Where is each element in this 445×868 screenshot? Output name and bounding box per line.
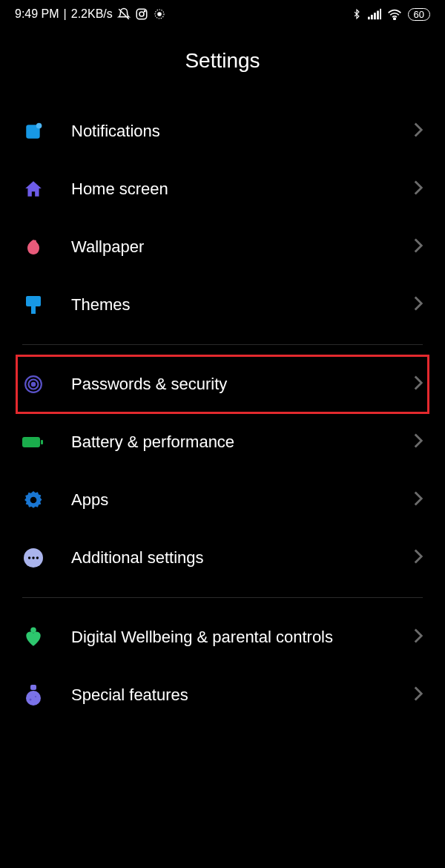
settings-item-battery[interactable]: Battery & performance <box>16 413 429 471</box>
chevron-right-icon <box>414 491 423 509</box>
settings-label: Wallpaper <box>71 237 414 257</box>
svg-point-4 <box>158 13 162 16</box>
settings-item-notifications[interactable]: Notifications <box>16 102 429 160</box>
settings-item-themes[interactable]: Themes <box>16 276 429 334</box>
svg-point-28 <box>26 691 41 706</box>
svg-rect-15 <box>31 306 36 314</box>
svg-point-24 <box>32 556 34 559</box>
chevron-right-icon <box>414 238 423 256</box>
themes-icon <box>22 294 44 316</box>
wifi-icon <box>387 8 402 20</box>
svg-rect-6 <box>371 15 373 19</box>
svg-rect-5 <box>368 17 370 20</box>
settings-label: Digital Wellbeing & parental controls <box>71 627 414 648</box>
settings-label: Battery & performance <box>71 432 414 453</box>
chevron-right-icon <box>414 549 423 567</box>
status-right: 60 <box>352 7 430 21</box>
page-title: Settings <box>0 27 445 102</box>
svg-point-23 <box>28 556 30 559</box>
settings-item-special-features[interactable]: Special features <box>16 666 429 724</box>
status-left: 9:49 PM | 2.2KB/s <box>15 7 166 21</box>
svg-rect-14 <box>26 296 41 306</box>
battery-indicator: 60 <box>408 8 430 21</box>
special-icon <box>22 684 44 706</box>
notifications-icon <box>22 120 44 142</box>
svg-point-18 <box>32 383 35 386</box>
svg-point-12 <box>36 123 42 129</box>
wallpaper-icon <box>22 236 44 258</box>
fingerprint-icon <box>22 373 44 395</box>
svg-point-29 <box>30 699 32 701</box>
signal-icon <box>368 8 381 20</box>
mute-icon <box>117 7 131 21</box>
settings-label: Notifications <box>71 121 414 142</box>
divider <box>22 344 423 345</box>
svg-point-25 <box>36 556 39 559</box>
chevron-right-icon <box>414 433 423 451</box>
settings-list: Notifications Home screen Wallpaper Them… <box>0 102 445 724</box>
status-separator: | <box>64 7 67 21</box>
svg-point-10 <box>393 18 395 20</box>
settings-item-wallpaper[interactable]: Wallpaper <box>16 218 429 276</box>
svg-point-30 <box>35 696 36 697</box>
chevron-right-icon <box>414 296 423 314</box>
more-icon <box>22 547 44 569</box>
chevron-right-icon <box>414 122 423 140</box>
settings-label: Apps <box>71 490 414 510</box>
chevron-right-icon <box>414 180 423 198</box>
svg-point-2 <box>144 10 145 12</box>
divider <box>22 597 423 598</box>
svg-point-1 <box>139 12 144 16</box>
svg-rect-20 <box>41 440 43 444</box>
status-time: 9:49 PM <box>15 7 59 21</box>
settings-item-home-screen[interactable]: Home screen <box>16 160 429 218</box>
svg-rect-7 <box>374 13 376 19</box>
svg-point-13 <box>33 240 36 243</box>
home-icon <box>22 178 44 200</box>
chevron-right-icon <box>414 375 423 393</box>
settings-item-apps[interactable]: Apps <box>16 471 429 529</box>
settings-item-passwords-security[interactable]: Passwords & security <box>16 355 429 413</box>
status-bar: 9:49 PM | 2.2KB/s 60 <box>0 0 445 27</box>
svg-rect-8 <box>377 11 379 20</box>
settings-label: Themes <box>71 295 414 315</box>
wellbeing-icon <box>22 626 44 648</box>
settings-label: Home screen <box>71 179 414 200</box>
instagram-icon <box>135 7 148 21</box>
battery-icon <box>22 431 44 453</box>
bluetooth-icon <box>352 7 362 21</box>
settings-label: Passwords & security <box>71 374 414 395</box>
svg-rect-9 <box>380 9 381 19</box>
svg-point-21 <box>30 497 37 504</box>
gear-icon <box>22 489 44 511</box>
settings-item-additional[interactable]: Additional settings <box>16 529 429 587</box>
svg-rect-27 <box>30 685 36 690</box>
settings-label: Additional settings <box>71 548 414 568</box>
svg-rect-19 <box>22 437 40 447</box>
status-network-speed: 2.2KB/s <box>71 7 113 21</box>
settings-item-wellbeing[interactable]: Digital Wellbeing & parental controls <box>16 608 429 666</box>
chevron-right-icon <box>414 686 423 704</box>
app-icon <box>153 7 166 21</box>
chevron-right-icon <box>414 628 423 646</box>
settings-label: Special features <box>71 685 414 706</box>
